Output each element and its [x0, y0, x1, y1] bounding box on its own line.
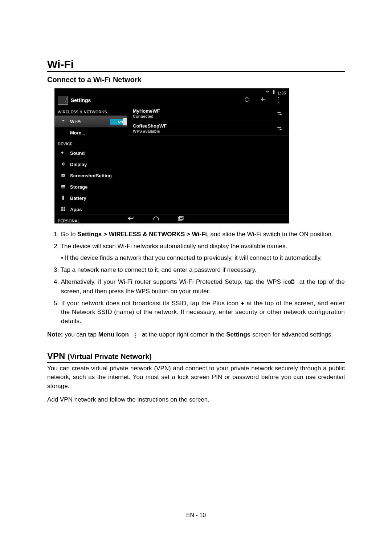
network-status: Connected: [133, 114, 276, 118]
nav-recent-icon[interactable]: [177, 216, 184, 222]
camera-icon: [60, 173, 66, 179]
title-bar: Settings + ⋮: [55, 95, 289, 106]
sidebar-item-label: Battery: [70, 196, 86, 201]
network-row[interactable]: CoffeeShopWF WPS available: [128, 121, 289, 136]
add-network-icon[interactable]: +: [260, 96, 265, 105]
wifi-icon: [60, 118, 66, 125]
sidebar-item-storage[interactable]: Storage: [55, 181, 127, 193]
svg-rect-7: [280, 129, 282, 130]
status-bar: 1:35: [55, 89, 289, 95]
sidebar-item-label: Display: [70, 162, 87, 167]
vpn-paragraph: You can create virtual private network (…: [47, 364, 345, 391]
wifi-toggle[interactable]: ON: [110, 119, 124, 125]
title-text: Settings: [71, 97, 244, 103]
page-number: EN - 10: [0, 512, 392, 519]
network-row[interactable]: MyHomeWF Connected: [128, 106, 289, 121]
instruction-step: 2. The device will scan Wi-Fi networks a…: [47, 242, 345, 251]
svg-rect-4: [61, 209, 63, 211]
menu-icon[interactable]: ⋮: [275, 96, 282, 105]
system-nav-bar: [55, 214, 289, 223]
vpn-title: VPN (Virtual Private Network): [47, 351, 345, 363]
battery-status-icon: [271, 91, 277, 95]
wifi-status-icon: [265, 91, 271, 95]
wifi-signal-secure-icon: [276, 125, 282, 132]
sidebar-item-label: Wi-Fi: [70, 119, 82, 124]
sidebar-item-label: Sound: [70, 150, 85, 156]
vpn-paragraph: Add VPN network and follow the instructi…: [47, 395, 345, 404]
sidebar-item-display[interactable]: Display: [55, 159, 127, 170]
sidebar-item-apps[interactable]: Apps: [55, 204, 127, 215]
apps-icon: [60, 206, 66, 213]
wps-icon[interactable]: [244, 96, 250, 105]
sidebar-item-sound[interactable]: Sound: [55, 148, 127, 159]
instructions: 1. Go to Settings > WIRELESS & NETWORKS …: [47, 230, 345, 341]
nav-home-icon[interactable]: [153, 216, 159, 222]
settings-app-icon: [58, 96, 68, 105]
network-name: MyHomeWF: [133, 108, 276, 114]
sidebar-item-label: More...: [70, 130, 85, 136]
instruction-step: 4. Alternatively, if your Wi-Fi router s…: [47, 278, 345, 296]
battery-icon: [60, 195, 66, 201]
sidebar-item-more[interactable]: More...: [55, 128, 127, 138]
network-name: CoffeeShopWF: [133, 123, 276, 129]
storage-icon: [60, 184, 66, 190]
instruction-step: 1. Go to Settings > WIRELESS & NETWORKS …: [47, 230, 345, 239]
vpn-body: You can create virtual private network (…: [47, 364, 345, 404]
sidebar-item-label: ScreenshotSetting: [70, 173, 112, 178]
nav-back-icon[interactable]: [127, 216, 135, 222]
note-text: Note: you can tap Menu icon ⋮ at the upp…: [47, 330, 345, 341]
instruction-step: 3. Tap a network name to connect to it, …: [47, 266, 345, 275]
section-subtitle: Connect to a Wi-Fi Network: [47, 76, 345, 84]
section-title: Wi-Fi: [47, 58, 345, 72]
instruction-step: 5. If your network does not broadcast it…: [47, 299, 345, 326]
svg-rect-5: [64, 209, 65, 211]
sidebar-item-label: Apps: [70, 207, 82, 212]
network-list: MyHomeWF Connected CoffeeShopWF WPS avai…: [128, 106, 289, 215]
sidebar-item-label: Storage: [70, 184, 87, 190]
svg-rect-2: [61, 207, 63, 209]
menu-inline-icon: ⋮: [131, 330, 140, 341]
network-status: WPS available: [133, 129, 276, 133]
sound-icon: [60, 150, 66, 156]
sidebar-item-screenshot[interactable]: ScreenshotSetting: [55, 170, 127, 181]
svg-rect-8: [178, 217, 182, 220]
status-time: 1:35: [278, 91, 286, 95]
display-icon: [60, 161, 66, 168]
svg-rect-3: [64, 207, 65, 209]
svg-rect-9: [179, 216, 183, 219]
device-screenshot: 1:35 Settings + ⋮ WIRELESS & NETWORKS: [54, 88, 289, 223]
sidebar-item-battery[interactable]: Battery: [55, 193, 127, 204]
svg-point-1: [62, 175, 64, 176]
wifi-signal-secure-icon: [276, 110, 282, 117]
sidebar-item-wifi[interactable]: Wi-Fi ON: [55, 116, 127, 128]
svg-rect-6: [280, 114, 282, 115]
settings-sidebar: WIRELESS & NETWORKS Wi-Fi ON More... DEV…: [55, 106, 128, 215]
sidebar-header-wireless: WIRELESS & NETWORKS: [55, 106, 127, 116]
sidebar-header-device: DEVICE: [55, 138, 127, 148]
instruction-bullet: If the device finds a network that you c…: [61, 254, 345, 263]
